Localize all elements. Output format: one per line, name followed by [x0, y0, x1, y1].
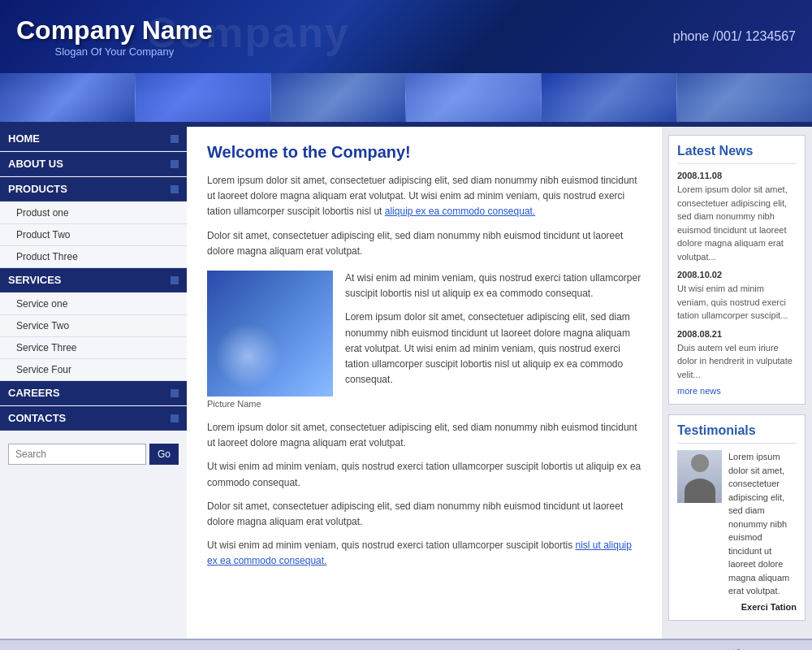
para-2: Ut wisi enim ad minim veniam, quis nostr… [207, 459, 641, 490]
nav-contacts-icon [171, 414, 179, 422]
news-date-1: 2008.11.08 [677, 171, 797, 180]
testimonial-text: Lorem ipsum dolor sit amet, consectetuer… [728, 450, 797, 598]
footer: Copyright © 2008 Company Name. All right… [0, 639, 812, 651]
search-input[interactable] [8, 444, 146, 465]
nav-services-label: SERVICES [8, 274, 62, 286]
news-text-1: Lorem ipsum dolor sit amet, consectetuer… [677, 183, 797, 263]
testimonials-box: Testimonials Lorem ipsum dolor sit amet,… [668, 414, 806, 621]
logo: Company Name Slogan Of Your Company [16, 15, 213, 58]
nav-about-icon [171, 160, 179, 168]
nav-careers-icon [171, 389, 179, 397]
para-1: Lorem ipsum dolor sit amet, consectetuer… [207, 420, 641, 451]
image-wrapper: Picture Name [207, 271, 333, 409]
testimonial-name: Exerci Tation [677, 602, 797, 612]
header: Company Company Name Slogan Of Your Comp… [0, 0, 812, 73]
nav-products-icon [171, 185, 179, 193]
para-4: Ut wisi enim ad minim veniam, quis nostr… [207, 538, 641, 569]
intro-paragraph-2: Dolor sit amet, consectetuer adipiscing … [207, 228, 641, 259]
nav-service-one[interactable]: Service one [0, 293, 187, 315]
beside-image-text: At wisi enim ad minim veniam, quis nostr… [345, 271, 641, 409]
intro-link[interactable]: aliquip ex ea commodo consequat. [385, 206, 535, 217]
testimonial-entry: Lorem ipsum dolor sit amet, consectetuer… [677, 450, 797, 598]
nav-careers-label: CAREERS [8, 387, 60, 399]
right-sidebar: Latest News 2008.11.08 Lorem ipsum dolor… [662, 127, 812, 639]
news-text-2: Ut wisi enim ad minim veniam, quis nostr… [677, 282, 797, 323]
banner-segment-5 [542, 73, 677, 122]
para-3: Dolor sit amet, consectetuer adipiscing … [207, 499, 641, 530]
nav-services-icon [171, 276, 179, 284]
news-title: Latest News [677, 144, 797, 164]
news-text-3: Duis autem vel eum iriure dolor in hendr… [677, 341, 797, 382]
nav-products[interactable]: PRODUCTS [0, 177, 187, 202]
nav-careers[interactable]: CAREERS [0, 381, 187, 405]
nav-contacts-label: CONTACTS [8, 412, 66, 424]
article-image [207, 271, 333, 396]
nav-products-label: PRODUCTS [8, 183, 67, 195]
nav-contacts[interactable]: CONTACTS [0, 406, 187, 431]
testimonial-avatar [677, 450, 722, 503]
testimonial-content: Lorem ipsum dolor sit amet, consectetuer… [728, 450, 797, 598]
main-content: Welcome to the Company! Lorem ipsum dolo… [187, 127, 662, 639]
nav-home-label: HOME [8, 132, 40, 145]
nav-home[interactable]: HOME [0, 127, 187, 151]
banner-segment-4 [406, 73, 542, 122]
design-mark: ✦L [727, 647, 743, 651]
content-image-section: Picture Name At wisi enim ad minim venia… [207, 271, 641, 409]
nav-service-two[interactable]: Service Two [0, 315, 187, 337]
design-logo: Design: ✦L colorifer.com [694, 647, 796, 651]
nav-service-four[interactable]: Service Four [0, 359, 187, 381]
nav-services[interactable]: SERVICES [0, 268, 187, 292]
intro-paragraph: Lorem ipsum dolor sit amet, consectetuer… [207, 173, 641, 220]
banner-segment-3 [271, 73, 407, 122]
company-name: Company Name [16, 15, 213, 46]
content-area: HOME ABOUT US PRODUCTS Produst one Produ… [0, 127, 812, 639]
news-date-2: 2008.10.02 [677, 270, 797, 280]
nav-produst-one[interactable]: Produst one [0, 202, 187, 224]
nav-about[interactable]: ABOUT US [0, 152, 187, 176]
banner-segment-1 [0, 73, 136, 122]
nav-product-three[interactable]: Product Three [0, 246, 187, 268]
beside-image-para-2: Lorem ipsum dolor sit amet, consectetuer… [345, 310, 641, 388]
nav-home-icon [171, 135, 179, 143]
banner-segment-2 [136, 73, 271, 122]
news-date-3: 2008.08.21 [677, 329, 797, 339]
beside-image-para-1: At wisi enim ad minim veniam, quis nostr… [345, 271, 641, 301]
banner [0, 73, 812, 122]
nav-service-three[interactable]: Service Three [0, 337, 187, 359]
news-box: Latest News 2008.11.08 Lorem ipsum dolor… [668, 135, 806, 405]
footer-right: Design: ✦L colorifer.com [694, 647, 796, 651]
nav-about-label: ABOUT US [8, 158, 63, 170]
search-area: Go [0, 431, 187, 477]
testimonials-title: Testimonials [677, 423, 797, 444]
more-news-link[interactable]: more news [677, 386, 797, 396]
search-button[interactable]: Go [149, 444, 179, 465]
banner-segment-6 [677, 73, 812, 122]
nav-product-two[interactable]: Product Two [0, 224, 187, 246]
page-title: Welcome to the Company! [207, 143, 641, 162]
image-caption: Picture Name [207, 399, 333, 409]
sidebar: HOME ABOUT US PRODUCTS Produst one Produ… [0, 127, 187, 639]
slogan: Slogan Of Your Company [16, 46, 213, 58]
phone-number: phone /001/ 1234567 [673, 29, 796, 44]
